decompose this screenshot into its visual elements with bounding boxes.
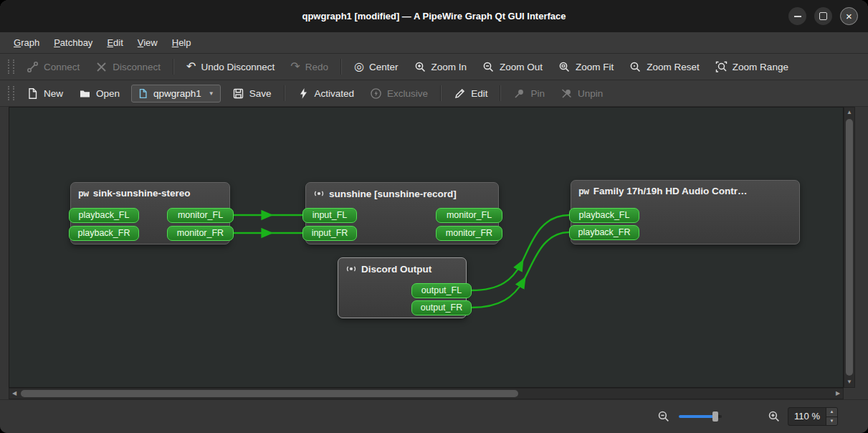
- port-sink-playback-fr[interactable]: playback_FR: [69, 226, 139, 241]
- port-sunshine-input-fr[interactable]: input_FR: [302, 226, 357, 241]
- graph-toolbar: Connect Disconnect ↶ Undo Disconnect ↷ R…: [0, 54, 868, 80]
- port-family-playback-fl[interactable]: playback_FL: [569, 208, 639, 223]
- port-sink-monitor-fr[interactable]: monitor_FR: [167, 226, 234, 241]
- connect-button[interactable]: Connect: [19, 57, 87, 77]
- zoom-percent-spinbox[interactable]: 110 % ▲ ▼: [788, 407, 838, 426]
- open-button[interactable]: Open: [72, 83, 127, 104]
- graph-canvas[interactable]: pw sink-sunshine-stereo playback_FL play…: [9, 107, 844, 388]
- exclusive-button[interactable]: Exclusive: [363, 83, 435, 104]
- zoom-out-small-icon[interactable]: [657, 410, 670, 423]
- port-sink-monitor-fl[interactable]: monitor_FL: [167, 208, 234, 223]
- zoom-fit-icon: [558, 61, 571, 73]
- button-label: Unpin: [578, 88, 603, 99]
- save-icon: [232, 87, 244, 100]
- zoom-slider[interactable]: [679, 411, 722, 422]
- button-label: Connect: [44, 62, 80, 72]
- zoom-slider-handle[interactable]: [712, 411, 718, 422]
- scroll-right-button[interactable]: ▶: [833, 389, 843, 399]
- button-label: Save: [249, 88, 272, 99]
- qpwgraph-window: qpwgraph1 [modified] — A PipeWire Graph …: [0, 0, 868, 433]
- zoom-reset-icon: [629, 61, 642, 73]
- horizontal-scrollbar[interactable]: ◀ ▶: [9, 388, 844, 399]
- zoom-fit-button[interactable]: Zoom Fit: [551, 57, 621, 77]
- redo-icon: ↷: [290, 61, 300, 72]
- activated-button[interactable]: Activated: [290, 83, 362, 104]
- connect-icon: [27, 61, 39, 73]
- maximize-button[interactable]: [814, 7, 832, 25]
- button-label: Disconnect: [113, 62, 161, 72]
- menu-edit[interactable]: Edit: [100, 34, 129, 51]
- vertical-scrollbar[interactable]: ▲ ▼: [844, 107, 855, 388]
- port-sunshine-monitor-fl[interactable]: monitor_FL: [436, 208, 502, 223]
- connection-wires: [9, 108, 844, 388]
- maximize-icon: [819, 12, 827, 20]
- horizontal-scrollbar-handle[interactable]: [21, 390, 518, 397]
- unpin-button[interactable]: Unpin: [553, 83, 610, 104]
- toolbar-drag-handle[interactable]: [8, 60, 14, 74]
- zoom-out-icon: [482, 61, 495, 73]
- window-controls: ×: [788, 0, 858, 32]
- port-discord-output-fl[interactable]: output_FL: [411, 283, 472, 298]
- unpin-icon: [561, 87, 573, 100]
- button-label: New: [44, 88, 63, 99]
- menu-view[interactable]: View: [131, 34, 164, 51]
- button-label: Zoom In: [431, 62, 467, 72]
- edit-pencil-icon: [454, 87, 466, 100]
- button-label: Activated: [315, 88, 355, 99]
- undo-disconnect-button[interactable]: ↶ Undo Disconnect: [179, 57, 282, 77]
- redo-button[interactable]: ↷ Redo: [283, 57, 335, 77]
- scroll-up-button[interactable]: ▲: [844, 108, 854, 118]
- wire-output-fr-to-playback-fr[interactable]: [472, 232, 569, 308]
- port-sink-playback-fl[interactable]: playback_FL: [69, 208, 139, 223]
- menu-patchbay[interactable]: Patchbay: [47, 34, 99, 51]
- port-sunshine-input-fl[interactable]: input_FL: [302, 208, 357, 223]
- scroll-down-button[interactable]: ▼: [844, 377, 854, 387]
- spin-up-button[interactable]: ▲: [826, 408, 837, 417]
- toolbar-drag-handle[interactable]: [8, 86, 14, 100]
- port-family-playback-fr[interactable]: playback_FR: [569, 225, 639, 240]
- button-label: Zoom Reset: [647, 62, 700, 72]
- menu-graph[interactable]: Graph: [7, 34, 46, 51]
- button-label: Zoom Range: [733, 62, 788, 72]
- center-button[interactable]: ◎ Center: [347, 57, 406, 77]
- scroll-left-button[interactable]: ◀: [9, 389, 19, 399]
- titlebar[interactable]: qpwgraph1 [modified] — A PipeWire Graph …: [0, 0, 868, 33]
- toolbar-separator: [340, 59, 342, 75]
- toolbar-separator: [173, 59, 174, 75]
- close-button[interactable]: ×: [840, 7, 858, 25]
- zoom-out-button[interactable]: Zoom Out: [475, 57, 550, 77]
- vertical-scrollbar-handle[interactable]: [846, 119, 853, 376]
- new-button[interactable]: New: [19, 83, 70, 104]
- button-label: Undo Disconnect: [201, 62, 275, 72]
- zoom-reset-button[interactable]: Zoom Reset: [622, 57, 707, 77]
- spin-buttons: ▲ ▼: [826, 408, 837, 425]
- patchbay-profile-combobox[interactable]: qpwgraph1 ▼: [131, 85, 221, 103]
- minimize-button[interactable]: [788, 7, 806, 25]
- button-label: Open: [96, 88, 120, 99]
- center-icon: ◎: [354, 61, 364, 72]
- menu-help[interactable]: Help: [166, 34, 198, 51]
- menubar: Graph Patchbay Edit View Help: [0, 32, 868, 54]
- activated-bolt-icon: [297, 87, 310, 100]
- port-discord-output-fr[interactable]: output_FR: [411, 300, 472, 315]
- patchbay-file-icon: [138, 88, 148, 99]
- minimize-icon: [794, 16, 801, 17]
- zoom-slider-fill: [679, 415, 715, 418]
- port-sunshine-monitor-fr[interactable]: monitor_FR: [436, 226, 502, 241]
- zoom-range-button[interactable]: Zoom Range: [708, 57, 796, 77]
- undo-icon: ↶: [186, 61, 196, 72]
- disconnect-icon: [95, 61, 108, 73]
- zoom-in-button[interactable]: Zoom In: [407, 57, 474, 77]
- pin-button[interactable]: Pin: [506, 83, 552, 104]
- spin-down-button[interactable]: ▼: [826, 417, 837, 426]
- button-label: Center: [369, 62, 399, 72]
- button-label: Pin: [530, 88, 545, 99]
- save-button[interactable]: Save: [225, 83, 279, 104]
- disconnect-button[interactable]: Disconnect: [88, 57, 168, 77]
- zoom-percent-value: 110 %: [788, 408, 826, 425]
- edit-button[interactable]: Edit: [447, 83, 495, 104]
- patchbay-toolbar: New Open qpwgraph1 ▼ Save Activated Excl…: [0, 80, 868, 107]
- open-folder-icon: [79, 87, 91, 100]
- zoom-in-small-icon[interactable]: [768, 410, 781, 423]
- combobox-value: qpwgraph1: [153, 88, 201, 99]
